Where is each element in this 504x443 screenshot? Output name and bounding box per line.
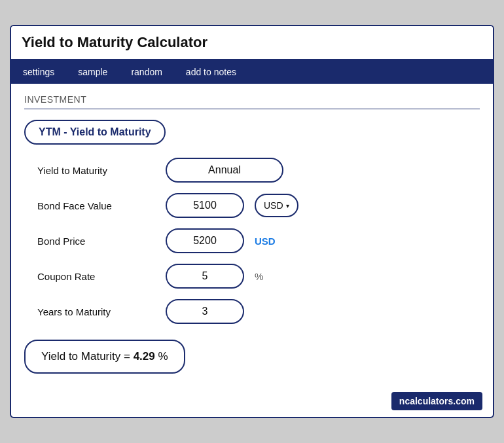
field-row-bond-face-value: Bond Face Value USD ▾ xyxy=(37,193,480,218)
label-bond-face-value: Bond Face Value xyxy=(37,200,155,211)
nav-random[interactable]: random xyxy=(119,60,173,84)
nav-bar: settings sample random add to notes xyxy=(11,60,493,84)
result-unit: % xyxy=(158,350,168,363)
result-box: Yield to Maturity = 4.29 % xyxy=(24,340,185,374)
input-bond-face-value[interactable] xyxy=(166,193,244,218)
brand-badge: ncalculators.com xyxy=(391,392,482,410)
calculator-container: Yield to Maturity Calculator settings sa… xyxy=(10,25,494,418)
label-yield-to-maturity: Yield to Maturity xyxy=(37,165,155,176)
mode-selector[interactable]: YTM - Yield to Maturity xyxy=(24,120,166,145)
result-value: 4.29 xyxy=(134,350,155,363)
input-coupon-rate[interactable] xyxy=(166,264,244,289)
input-years-to-maturity[interactable] xyxy=(166,299,244,324)
label-years-to-maturity: Years to Maturity xyxy=(37,306,155,317)
currency-dropdown-label: USD xyxy=(264,200,283,211)
field-row-bond-price: Bond Price USD xyxy=(37,228,480,253)
title-bar: Yield to Maturity Calculator xyxy=(11,26,493,60)
label-bond-price: Bond Price xyxy=(37,236,155,247)
page-title: Yield to Maturity Calculator xyxy=(22,34,482,51)
chevron-down-icon: ▾ xyxy=(286,202,289,209)
currency-dropdown-usd[interactable]: USD ▾ xyxy=(255,194,298,217)
label-coupon-rate: Coupon Rate xyxy=(37,271,155,282)
nav-settings[interactable]: settings xyxy=(11,60,66,84)
coupon-rate-unit: % xyxy=(255,271,263,282)
result-equals: = xyxy=(124,350,134,363)
field-row-coupon-rate: Coupon Rate % xyxy=(37,264,480,289)
result-label: Yield to Maturity xyxy=(41,350,120,363)
footer-brand: ncalculators.com xyxy=(11,387,493,417)
bond-price-currency-label: USD xyxy=(255,236,276,247)
section-label: INVESTMENT xyxy=(24,94,480,109)
nav-add-to-notes[interactable]: add to notes xyxy=(174,60,248,84)
field-row-ytm: Yield to Maturity xyxy=(37,158,480,183)
nav-sample[interactable]: sample xyxy=(66,60,119,84)
fields-container: Yield to Maturity Bond Face Value USD ▾ … xyxy=(37,158,480,324)
field-row-years-to-maturity: Years to Maturity xyxy=(37,299,480,324)
input-yield-to-maturity[interactable] xyxy=(166,158,283,183)
input-bond-price[interactable] xyxy=(166,228,244,253)
content-area: INVESTMENT YTM - Yield to Maturity Yield… xyxy=(11,84,493,387)
